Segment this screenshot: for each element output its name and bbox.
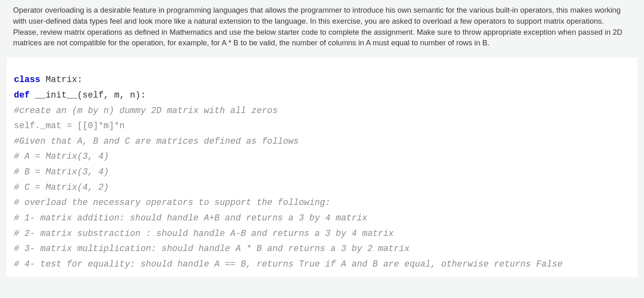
keyword-class: class [14,75,40,85]
code-line-9: # C = Matrix(4, 2) [14,180,630,196]
code-line-13: # 3- matrix multiplication: should handl… [14,241,630,257]
code-line-7: # A = Matrix(3, 4) [14,149,630,165]
instructions-paragraph: Operator overloading is a desirable feat… [0,0,644,56]
code-block: class Matrix: def __init__(self, m, n): … [7,58,637,277]
code-line-12: # 2- matrix substraction : should handle… [14,226,630,242]
code-line-14: # 4- test for equality: should handle A … [14,257,630,272]
code-line-8: # B = Matrix(3, 4) [14,165,630,180]
code-text: __init__(self, m, n): [30,90,146,100]
code-line-10: # overload the necessary operators to su… [14,195,630,211]
code-line-2: def __init__(self, m, n): [14,88,630,103]
code-line-6: #Given that A, B and C are matrices defi… [14,134,630,149]
keyword-def: def [14,90,30,100]
code-line-11: # 1- matrix addition: should handle A+B … [14,211,630,226]
code-line-3: #create an (m by n) dummy 2D matrix with… [14,103,630,119]
code-text: Matrix: [40,75,83,85]
code-line-4: self._mat = [[0]*m]*n [14,118,630,134]
code-line-1: class Matrix: [14,72,630,88]
